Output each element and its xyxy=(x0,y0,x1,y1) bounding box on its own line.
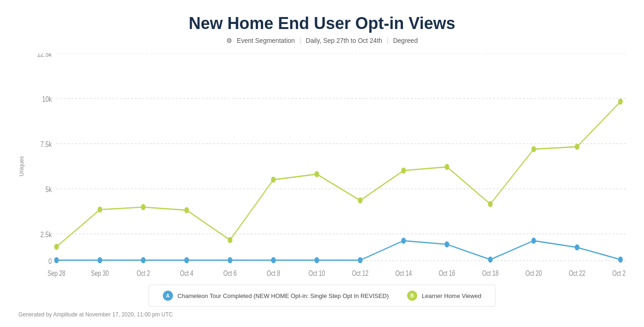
svg-text:Oct 2: Oct 2 xyxy=(137,269,150,278)
blue-dot-3 xyxy=(184,257,189,263)
svg-text:10k: 10k xyxy=(42,94,52,103)
green-dot-4 xyxy=(228,237,232,243)
svg-text:Oct 10: Oct 10 xyxy=(309,269,325,278)
svg-text:Oct 18: Oct 18 xyxy=(482,269,499,278)
blue-dot-13 xyxy=(618,257,623,263)
green-line xyxy=(57,102,621,247)
blue-dot-0 xyxy=(54,257,59,263)
svg-text:7.5k: 7.5k xyxy=(40,140,52,148)
chart-subtitle: ⚙ Event Segmentation | Daily, Sep 27th t… xyxy=(226,37,418,44)
green-dot-7 xyxy=(358,198,362,204)
svg-text:Oct 6: Oct 6 xyxy=(224,269,237,278)
y-axis-label: Uniques xyxy=(18,53,25,279)
green-dot-12 xyxy=(575,144,579,150)
blue-dot-10 xyxy=(488,257,493,263)
legend-letter-b: B xyxy=(410,293,414,298)
legend-item-a: A Chameleon Tour Completed (NEW HOME Opt… xyxy=(163,291,389,301)
svg-text:Oct 20: Oct 20 xyxy=(525,269,542,278)
legend-label-a: Chameleon Tour Completed (NEW HOME Opt-i… xyxy=(178,292,389,299)
green-dot-9 xyxy=(445,164,449,170)
segmentation-label: Event Segmentation xyxy=(237,37,295,44)
separator-1: | xyxy=(299,37,301,44)
svg-text:Sep 30: Sep 30 xyxy=(91,269,109,278)
green-dot-5 xyxy=(271,177,276,183)
legend-dot-a: A xyxy=(163,291,173,301)
svg-text:Oct 4: Oct 4 xyxy=(180,269,193,278)
footer-text: Generated by Amplitude at November 17, 2… xyxy=(18,311,173,318)
svg-text:Oct 24: Oct 24 xyxy=(612,269,626,278)
svg-text:12.5k: 12.5k xyxy=(37,53,52,58)
blue-dot-5 xyxy=(271,257,276,263)
main-chart-svg: 12.5k 10k 7.5k 5k 2.5k 0 Sep 28 Sep 30 O… xyxy=(29,53,626,279)
svg-text:0: 0 xyxy=(48,257,52,265)
blue-dot-9 xyxy=(445,241,449,247)
green-dot-6 xyxy=(315,171,319,177)
segmentation-icon: ⚙ xyxy=(226,37,232,44)
svg-text:Oct 8: Oct 8 xyxy=(267,269,280,278)
green-dot-8 xyxy=(401,168,406,174)
green-dot-0 xyxy=(54,244,59,250)
svg-text:Oct 16: Oct 16 xyxy=(439,269,455,278)
green-dot-11 xyxy=(531,146,536,152)
blue-dot-11 xyxy=(531,238,536,244)
period-label: Daily, Sep 27th to Oct 24th xyxy=(306,37,382,44)
svg-text:5k: 5k xyxy=(46,185,52,193)
green-dot-1 xyxy=(98,206,102,212)
svg-text:Oct 14: Oct 14 xyxy=(395,269,412,278)
svg-text:2.5k: 2.5k xyxy=(40,230,52,239)
blue-dot-2 xyxy=(141,257,145,263)
green-dot-3 xyxy=(184,207,189,213)
source-label: Degreed xyxy=(393,37,418,44)
legend-dot-b: B xyxy=(407,291,417,301)
legend-label-b: Learner Home Viewed xyxy=(422,292,481,299)
svg-text:Oct 12: Oct 12 xyxy=(352,269,368,278)
blue-dot-12 xyxy=(575,245,579,251)
blue-dot-8 xyxy=(401,238,406,244)
chart-container: New Home End User Opt-in Views ⚙ Event S… xyxy=(0,0,644,327)
svg-text:Sep 28: Sep 28 xyxy=(48,269,66,278)
blue-dot-1 xyxy=(98,257,102,263)
chart-inner: 12.5k 10k 7.5k 5k 2.5k 0 Sep 28 Sep 30 O… xyxy=(29,53,626,279)
blue-line xyxy=(57,241,621,260)
green-dot-10 xyxy=(488,201,493,207)
blue-dot-6 xyxy=(315,257,319,263)
green-dot-2 xyxy=(141,204,145,210)
chart-title: New Home End User Opt-in Views xyxy=(189,14,455,33)
blue-dot-7 xyxy=(358,257,362,263)
legend-item-b: B Learner Home Viewed xyxy=(407,291,481,301)
chart-area: Uniques 12.5k 10k 7.5k 5k 2.5k xyxy=(18,53,626,279)
legend-letter-a: A xyxy=(166,293,170,298)
chart-legend: A Chameleon Tour Completed (NEW HOME Opt… xyxy=(149,285,495,307)
svg-text:Oct 22: Oct 22 xyxy=(569,269,586,278)
blue-dot-4 xyxy=(228,257,232,263)
separator-2: | xyxy=(387,37,389,44)
green-dot-13 xyxy=(618,99,623,105)
